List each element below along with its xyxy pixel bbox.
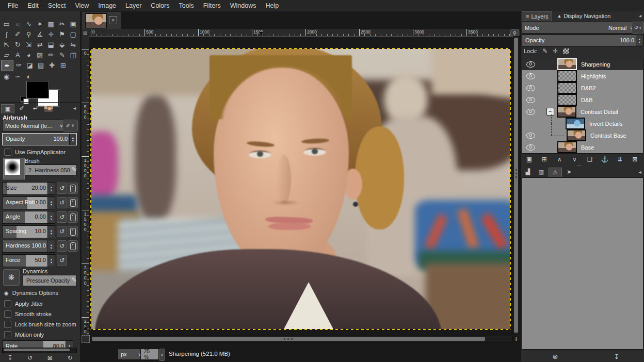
save-tool-preset-icon[interactable]: ↧: [7, 354, 12, 361]
mypaint-brush-tool-icon[interactable]: ◪: [24, 60, 36, 70]
force-reset-icon[interactable]: ↺: [57, 255, 67, 266]
size-spinner[interactable]: ▴▾: [47, 183, 55, 194]
hardness-link-icon[interactable]: [68, 240, 78, 252]
image-tab[interactable]: ✕: [82, 11, 122, 29]
tool-options-scrollbar[interactable]: [3, 348, 77, 353]
image-thumbnail-tab[interactable]: [42, 104, 55, 113]
hardness-reset-icon[interactable]: ↺: [57, 240, 67, 252]
duplicate-layer-icon[interactable]: ❏: [584, 155, 596, 164]
spacing-spinner[interactable]: ▴▾: [47, 226, 55, 238]
gimpapplicator-checkbox[interactable]: Use GimpApplicator: [4, 149, 66, 156]
paths-tool-icon[interactable]: ʃ: [1, 29, 12, 39]
airbrush-tool-icon[interactable]: ✒: [1, 60, 13, 71]
menu-help[interactable]: Help: [261, 1, 283, 10]
foreground-select-tool-icon[interactable]: ▣: [68, 19, 79, 29]
aspect-ratio-spinner[interactable]: ▴▾: [47, 197, 55, 209]
aspect-ratio-reset-icon[interactable]: ↺: [57, 197, 67, 208]
visibility-eye-icon[interactable]: [526, 85, 535, 91]
spacing-reset-icon[interactable]: ↺: [57, 226, 67, 237]
visibility-eye-icon[interactable]: [526, 73, 535, 79]
dynamics-options-expander[interactable]: ◉ Dynamics Options: [4, 290, 58, 296]
merge-layer-icon[interactable]: ⇊: [614, 155, 626, 164]
dodge-burn-tool-icon[interactable]: ◐: [23, 71, 35, 81]
free-select-tool-icon[interactable]: ∿: [23, 19, 35, 29]
3d-transform-tool-icon[interactable]: ⬙: [57, 39, 68, 50]
histogram-tab-icon[interactable]: ▟: [522, 168, 534, 176]
visibility-eye-icon[interactable]: [526, 97, 535, 103]
raise-layer-icon[interactable]: ∧: [553, 155, 566, 164]
vertical-scrollbar[interactable]: [513, 36, 520, 335]
smooth-stroke-checkbox[interactable]: Smooth stroke: [4, 310, 52, 318]
layer-row-sharpening[interactable]: Sharpening: [522, 58, 643, 70]
spacing-link-icon[interactable]: [68, 226, 78, 237]
text-tool-icon[interactable]: A: [12, 50, 24, 60]
visibility-eye-icon[interactable]: [526, 144, 535, 151]
heal-tool-icon[interactable]: ✚: [46, 60, 58, 70]
ruler-corner-menu-icon[interactable]: ▤: [82, 29, 89, 36]
panel-splitter[interactable]: ⋯: [74, 166, 79, 171]
size-slider[interactable]: Size 20.00 ▴▾: [2, 182, 55, 195]
angle-reset-icon[interactable]: ↺: [57, 211, 67, 223]
horizontal-ruler[interactable]: 0 500 1000 1500 2000 2500 3000 3500: [89, 29, 520, 37]
rotate-tool-icon[interactable]: ↻: [12, 39, 24, 50]
channels-tab-icon[interactable]: ▥: [535, 168, 548, 176]
dock-collapse-icon[interactable]: ◂: [639, 169, 641, 175]
group-collapse-icon[interactable]: −: [546, 108, 554, 116]
menu-select[interactable]: Select: [43, 1, 71, 10]
menu-windows[interactable]: Windows: [226, 1, 261, 10]
aspect-ratio-slider[interactable]: Aspect Ratio 0.00 ▴▾: [2, 196, 55, 209]
mode-options-button[interactable]: ✐ ∨: [62, 120, 78, 131]
quick-mask-toggle[interactable]: [82, 335, 90, 343]
reset-tool-options-icon[interactable]: ↻: [68, 354, 73, 361]
cage-transform-tool-icon[interactable]: ▱: [1, 50, 12, 60]
new-group-icon[interactable]: ⊞: [538, 155, 551, 164]
edit-dynamics-icon[interactable]: ✎: [71, 276, 77, 284]
motion-only-checkbox[interactable]: Motion only: [4, 331, 44, 338]
new-layer-icon[interactable]: ▣: [523, 155, 536, 164]
hardness-spinner[interactable]: ▴▾: [47, 240, 55, 252]
canvas-image[interactable]: [91, 49, 510, 329]
pencil-tool-icon[interactable]: ✏: [45, 50, 57, 60]
force-spinner[interactable]: ▴▾: [47, 255, 55, 267]
align-tool-icon[interactable]: ⚑: [57, 29, 68, 39]
menu-colors[interactable]: Colors: [146, 1, 174, 10]
layer-row-highlights[interactable]: Highlights: [522, 70, 643, 82]
opacity-slider[interactable]: Opacity 100.0 ▴▾: [2, 133, 77, 145]
layer-row-contrast-base[interactable]: Contrast Base: [522, 129, 643, 141]
menu-filters[interactable]: Filters: [199, 1, 226, 10]
paintbrush-tool-icon[interactable]: ✎: [57, 50, 68, 60]
menu-file[interactable]: File: [3, 1, 23, 10]
dock-splitter[interactable]: ⋯: [576, 162, 583, 168]
error-console-tab-icon[interactable]: ⚠: [549, 168, 562, 177]
menu-edit[interactable]: Edit: [23, 1, 43, 10]
perspective-tool-icon[interactable]: ⬓: [45, 39, 57, 50]
move-tool-icon[interactable]: ✛: [45, 29, 57, 39]
mode-switch-button[interactable]: ↺ ∨: [632, 22, 644, 34]
angle-link-icon[interactable]: [68, 211, 78, 223]
brush-name-entry[interactable]: 2. Hardness 050: [25, 164, 76, 176]
size-link-icon[interactable]: [68, 183, 78, 194]
error-console-area[interactable]: [522, 177, 643, 350]
layer-row-contrast-detail[interactable]: − Contrast Detail: [522, 106, 643, 118]
angle-slider[interactable]: Angle 0.00 ▴▾: [2, 211, 55, 224]
menu-tools[interactable]: Tools: [174, 1, 198, 10]
close-image-icon[interactable]: ✕: [109, 16, 117, 24]
aspect-ratio-link-icon[interactable]: [68, 197, 78, 208]
zoom-tool-icon[interactable]: ⚲: [23, 29, 35, 39]
menu-layer[interactable]: Layer: [121, 1, 146, 10]
menu-image[interactable]: Image: [93, 1, 121, 10]
ellipse-select-tool-icon[interactable]: ○: [12, 19, 24, 29]
paint-mode-combo[interactable]: Mode Normal (le… ∨: [2, 120, 66, 131]
crop-tool-icon[interactable]: ▢: [68, 29, 79, 39]
dock-collapse-icon[interactable]: ◂: [639, 13, 641, 19]
lock-alpha-icon[interactable]: [563, 48, 569, 54]
pointer-tab-icon[interactable]: ➤: [563, 168, 575, 176]
brush-preview-button[interactable]: [3, 158, 25, 179]
apply-jitter-checkbox[interactable]: Apply Jitter: [4, 300, 43, 307]
unified-transform-tool-icon[interactable]: ⇱: [1, 39, 12, 50]
zoom-combo[interactable]: 25 % ∨: [140, 349, 165, 359]
tool-options-tab-icon[interactable]: ▣: [1, 104, 14, 113]
save-log-icon[interactable]: ↧: [610, 352, 623, 361]
anchor-layer-icon[interactable]: ⚓: [599, 155, 611, 164]
smudge-tool-icon[interactable]: ∽: [12, 71, 24, 81]
